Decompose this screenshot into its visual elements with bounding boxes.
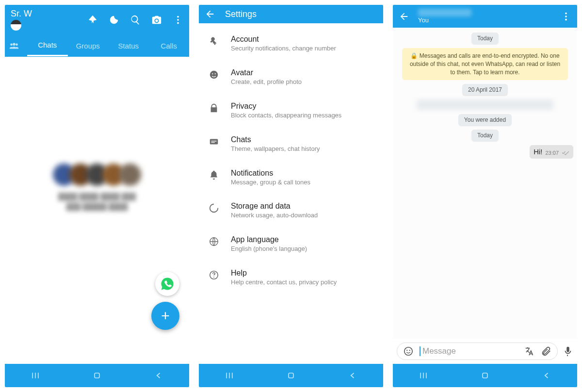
- chat-screen: You Today 🔒 Messages and calls are end-t…: [393, 5, 577, 387]
- svg-point-5: [212, 73, 213, 74]
- settings-item-account[interactable]: AccountSecurity notifications, change nu…: [199, 27, 383, 61]
- recents-nav-icon[interactable]: [419, 371, 428, 380]
- svg-point-10: [210, 204, 218, 212]
- svg-point-15: [565, 12, 567, 14]
- more-icon[interactable]: [173, 15, 183, 25]
- tab-community[interactable]: [5, 34, 27, 57]
- whatsapp-fab[interactable]: [155, 272, 179, 296]
- top-bar: Settings: [199, 5, 383, 23]
- svg-rect-3: [95, 373, 99, 378]
- svg-point-19: [406, 350, 407, 351]
- translate-icon[interactable]: [524, 346, 535, 357]
- svg-point-13: [213, 277, 214, 278]
- svg-point-4: [210, 71, 218, 79]
- settings-item-language[interactable]: App languageEnglish (phone's language): [199, 228, 383, 261]
- settings-item-help[interactable]: HelpHelp centre, contact us, privacy pol…: [199, 261, 383, 294]
- more-icon[interactable]: [561, 11, 571, 22]
- date-chip: 20 April 2017: [462, 84, 508, 96]
- tab-groups[interactable]: Groups: [68, 36, 109, 56]
- back-icon[interactable]: [205, 9, 215, 19]
- face-icon: [209, 69, 219, 80]
- home-nav-icon[interactable]: [92, 371, 102, 380]
- system-chip: You were added: [458, 114, 512, 126]
- svg-point-0: [177, 16, 179, 17]
- home-nav-icon[interactable]: [286, 371, 296, 380]
- back-nav-icon[interactable]: [348, 371, 357, 380]
- lock-icon: [209, 103, 219, 114]
- chat-title-blurred: [418, 9, 471, 16]
- chat-icon: [209, 136, 219, 147]
- tab-calls[interactable]: Calls: [149, 36, 190, 56]
- key-icon: [209, 36, 219, 47]
- chat-body: Today 🔒 Messages and calls are end-to-en…: [393, 28, 577, 339]
- tab-chats[interactable]: Chats: [27, 35, 68, 56]
- back-nav-icon[interactable]: [154, 371, 163, 380]
- settings-item-notifications[interactable]: NotificationsMessage, group & call tones: [199, 161, 383, 195]
- svg-rect-14: [289, 373, 293, 378]
- svg-rect-7: [210, 139, 218, 144]
- svg-point-2: [177, 22, 179, 24]
- blurred-message: [416, 99, 554, 110]
- svg-rect-9: [211, 142, 215, 143]
- tabs: Chats Groups Status Calls: [5, 34, 189, 57]
- tab-status[interactable]: Status: [108, 36, 149, 56]
- user-name: Sr. W: [11, 9, 83, 19]
- chats-empty: ████ ████ ████ ██████ █████ ████ +: [5, 57, 189, 364]
- settings-item-privacy[interactable]: PrivacyBlock contacts, disappearing mess…: [199, 94, 383, 128]
- bell-icon: [209, 170, 219, 180]
- message-time: 23:07: [545, 150, 559, 156]
- blurred-avatars: [5, 163, 189, 186]
- svg-point-18: [404, 347, 413, 356]
- svg-point-6: [215, 73, 216, 74]
- settings-list: AccountSecurity notifications, change nu…: [199, 23, 383, 364]
- nav-bar: [199, 364, 383, 387]
- settings-item-chats[interactable]: ChatsTheme, wallpapers, chat history: [199, 128, 383, 161]
- svg-point-16: [565, 16, 567, 17]
- svg-point-20: [409, 350, 410, 351]
- search-icon[interactable]: [130, 15, 141, 25]
- settings-item-storage[interactable]: Storage and dataNetwork usage, auto-down…: [199, 194, 383, 228]
- attach-icon[interactable]: [541, 346, 551, 357]
- svg-rect-21: [483, 373, 487, 378]
- data-icon: [209, 203, 219, 213]
- plane-icon[interactable]: [87, 15, 98, 25]
- encryption-notice[interactable]: 🔒 Messages and calls are end-to-end encr…: [402, 48, 568, 80]
- home-nav-icon[interactable]: [480, 371, 490, 380]
- settings-item-avatar[interactable]: AvatarCreate, edit, profile photo: [199, 61, 383, 94]
- emoji-icon[interactable]: [403, 346, 414, 357]
- nav-bar: [5, 364, 189, 387]
- nav-bar: [393, 364, 577, 387]
- recents-nav-icon[interactable]: [31, 371, 40, 380]
- message-input-box[interactable]: Message: [397, 343, 558, 360]
- mic-button[interactable]: [563, 346, 573, 357]
- top-bar: You: [393, 5, 577, 28]
- help-icon: [209, 270, 219, 280]
- camera-icon[interactable]: [151, 15, 162, 25]
- message-out[interactable]: Hi! 23:07: [530, 145, 573, 158]
- input-bar: Message: [393, 339, 577, 364]
- recents-nav-icon[interactable]: [225, 371, 234, 380]
- globe-icon: [209, 236, 219, 247]
- chats-screen: Sr. W Chats Groups Status Calls: [5, 5, 189, 387]
- message-input[interactable]: Message: [420, 346, 518, 356]
- back-icon[interactable]: [399, 11, 409, 22]
- page-title: Settings: [225, 9, 257, 19]
- settings-screen: Settings AccountSecurity notifications, …: [199, 5, 383, 387]
- chat-subtitle: You: [418, 16, 561, 24]
- top-bar: Sr. W Chats Groups Status Calls: [5, 5, 189, 57]
- blurred-text: ████ ████ ████ ██████ █████ ████: [5, 192, 189, 212]
- moon-icon[interactable]: [109, 15, 119, 25]
- date-chip: Today: [471, 33, 499, 44]
- svg-point-17: [565, 18, 567, 20]
- back-nav-icon[interactable]: [542, 371, 551, 380]
- delivered-icon: [562, 150, 569, 156]
- svg-point-1: [177, 19, 179, 21]
- svg-rect-8: [211, 141, 217, 141]
- avatar[interactable]: [11, 20, 21, 31]
- new-chat-fab[interactable]: +: [151, 302, 179, 330]
- message-text: Hi!: [534, 147, 542, 156]
- date-chip: Today: [471, 130, 499, 141]
